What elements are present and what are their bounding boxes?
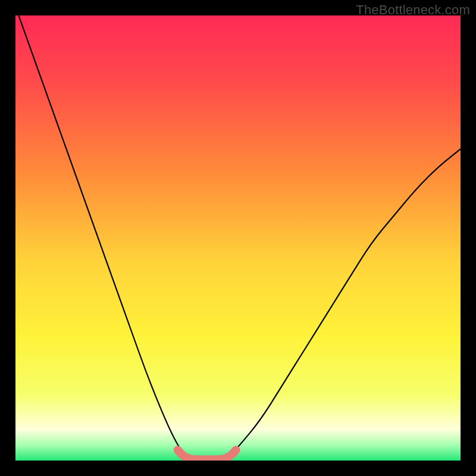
plot-area <box>15 15 461 461</box>
chart-svg <box>15 15 461 461</box>
gradient-background <box>15 15 461 461</box>
chart-frame: TheBottleneck.com <box>0 0 476 476</box>
